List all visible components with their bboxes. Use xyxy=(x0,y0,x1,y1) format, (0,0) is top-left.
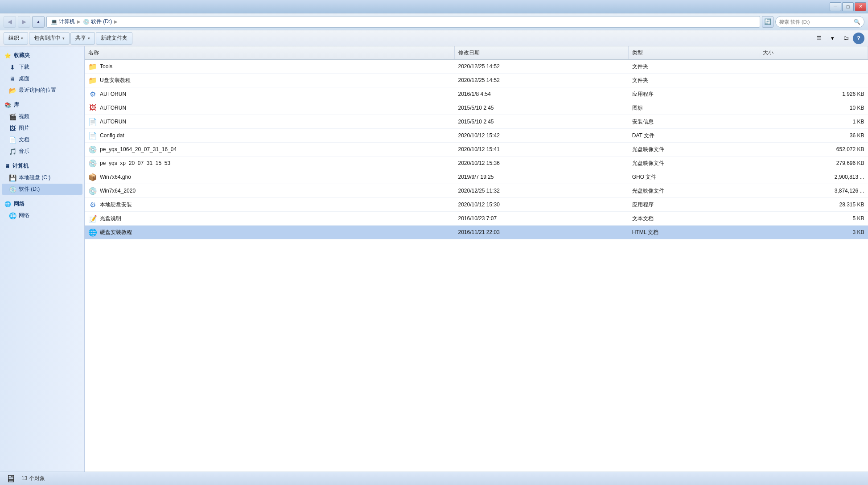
sidebar-item-music[interactable]: 🎵 音乐 xyxy=(2,146,82,157)
table-row[interactable]: 🖼 AUTORUN 2015/5/10 2:45 图标 10 KB xyxy=(85,101,868,115)
music-icon: 🎵 xyxy=(9,148,16,155)
disk-icon: 💿 xyxy=(83,19,90,25)
status-app-icon: 🖥 xyxy=(5,473,16,485)
file-date: 2020/12/25 11:32 xyxy=(454,184,628,198)
sidebar-item-video[interactable]: 🎬 视频 xyxy=(2,111,82,122)
window-controls: ─ □ ✕ xyxy=(830,2,866,11)
preview-button[interactable]: 🗂 xyxy=(839,33,852,44)
file-date: 2020/10/12 15:30 xyxy=(454,198,628,212)
file-type: 文件夹 xyxy=(629,60,759,74)
close-button[interactable]: ✕ xyxy=(855,2,866,11)
table-row[interactable]: 💿 Win7x64_2020 2020/12/25 11:32 光盘映像文件 3… xyxy=(85,184,868,198)
share-label: 共享 xyxy=(75,34,86,42)
back-button[interactable]: ◀ xyxy=(4,16,16,28)
file-name-cell: ⚙ AUTORUN xyxy=(85,87,454,101)
file-date: 2016/10/23 7:07 xyxy=(454,212,628,226)
download-icon: ⬇ xyxy=(9,64,16,71)
file-size: 36 KB xyxy=(759,129,868,143)
file-name: AUTORUN xyxy=(100,119,126,125)
file-type: GHO 文件 xyxy=(629,170,759,184)
table-row[interactable]: 📁 Tools 2020/12/25 14:52 文件夹 xyxy=(85,60,868,74)
sidebar-item-document[interactable]: 📄 文档 xyxy=(2,134,82,145)
table-row[interactable]: ⚙ 本地硬盘安装 2020/10/12 15:30 应用程序 28,315 KB xyxy=(85,198,868,212)
document-icon: 📄 xyxy=(9,136,16,144)
network-icon: 🌐 xyxy=(9,212,16,219)
col-header-size[interactable]: 大小 xyxy=(759,46,868,60)
table-row[interactable]: 📝 光盘说明 2016/10/23 7:07 文本文档 5 KB xyxy=(85,212,868,226)
file-name: Config.dat xyxy=(100,132,124,139)
minimize-button[interactable]: ─ xyxy=(830,2,841,11)
file-name: AUTORUN xyxy=(100,105,126,111)
newfolder-button[interactable]: 新建文件夹 xyxy=(96,32,132,45)
computer-header-icon: 🖥 xyxy=(4,163,10,169)
file-size: 3 KB xyxy=(759,226,868,239)
file-icon: 🖼 xyxy=(88,103,97,112)
table-row[interactable]: 💿 pe_yqs_xp_20_07_31_15_53 2020/10/12 15… xyxy=(85,156,868,170)
file-type: DAT 文件 xyxy=(629,129,759,143)
search-box: 🔍 xyxy=(775,16,864,28)
help-button[interactable]: ? xyxy=(853,33,864,44)
network-header: 🌐 网络 xyxy=(0,198,84,210)
sidebar-item-disk-c[interactable]: 💾 本地磁盘 (C:) xyxy=(2,172,82,183)
file-name-cell: 📦 Win7x64.gho xyxy=(85,170,454,184)
organize-button[interactable]: 组织 ▾ xyxy=(4,32,28,45)
col-header-date[interactable]: 修改日期 xyxy=(454,46,628,60)
table-header-row: 名称 修改日期 类型 大小 xyxy=(85,46,868,60)
file-icon: ⚙ xyxy=(88,90,97,99)
file-date: 2016/1/8 4:54 xyxy=(454,87,628,101)
sidebar-item-desktop[interactable]: 🖥 桌面 xyxy=(2,73,82,84)
file-icon: ⚙ xyxy=(88,200,97,209)
include-button[interactable]: 包含到库中 ▾ xyxy=(29,32,70,45)
table-row[interactable]: 📄 Config.dat 2020/10/12 15:42 DAT 文件 36 … xyxy=(85,129,868,143)
search-icon[interactable]: 🔍 xyxy=(854,19,860,25)
maximize-button[interactable]: □ xyxy=(842,2,854,11)
refresh-button[interactable]: 🔄 xyxy=(762,16,773,28)
file-name-cell: 🌐 硬盘安装教程 xyxy=(85,226,454,239)
search-input[interactable] xyxy=(779,19,852,25)
file-date: 2016/11/21 22:03 xyxy=(454,226,628,239)
file-size: 1 KB xyxy=(759,115,868,129)
table-row[interactable]: 💿 pe_yqs_1064_20_07_31_16_04 2020/10/12 … xyxy=(85,143,868,156)
table-row[interactable]: 📦 Win7x64.gho 2019/9/7 19:25 GHO 文件 2,90… xyxy=(85,170,868,184)
file-icon: 📝 xyxy=(88,214,97,223)
library-header: 📚 库 xyxy=(0,99,84,111)
file-size: 652,072 KB xyxy=(759,143,868,156)
up-button[interactable]: ▲ xyxy=(32,16,45,28)
table-row[interactable]: 📁 U盘安装教程 2020/12/25 14:52 文件夹 xyxy=(85,74,868,87)
file-icon: 💿 xyxy=(88,145,97,154)
col-header-name[interactable]: 名称 xyxy=(85,46,454,60)
file-date: 2015/5/10 2:45 xyxy=(454,101,628,115)
library-section: 📚 库 🎬 视频 🖼 图片 📄 文档 🎵 音乐 xyxy=(0,99,84,157)
favorites-section: ⭐ 收藏夹 ⬇ 下载 🖥 桌面 📂 最近访问的位置 xyxy=(0,50,84,96)
table-row[interactable]: 📄 AUTORUN 2015/5/10 2:45 安装信息 1 KB xyxy=(85,115,868,129)
file-icon: 🌐 xyxy=(88,228,97,237)
col-header-type[interactable]: 类型 xyxy=(629,46,759,60)
library-icon: 📚 xyxy=(4,102,11,108)
file-name-cell: 💿 Win7x64_2020 xyxy=(85,184,454,198)
table-row[interactable]: 🌐 硬盘安装教程 2016/11/21 22:03 HTML 文档 3 KB xyxy=(85,226,868,239)
sidebar-item-network[interactable]: 🌐 网络 xyxy=(2,210,82,221)
file-size: 5 KB xyxy=(759,212,868,226)
sidebar-item-picture[interactable]: 🖼 图片 xyxy=(2,123,82,134)
organize-dropdown-icon: ▾ xyxy=(21,36,23,41)
share-button[interactable]: 共享 ▾ xyxy=(70,32,95,45)
view-button[interactable]: ☰ xyxy=(813,33,825,44)
main-layout: ⭐ 收藏夹 ⬇ 下载 🖥 桌面 📂 最近访问的位置 📚 库 🎬 xyxy=(0,46,868,472)
sidebar-item-download[interactable]: ⬇ 下载 xyxy=(2,62,82,73)
breadcrumb: 💻 计算机 ▶ 💿 软件 (D:) ▶ xyxy=(46,16,760,28)
view-dropdown-button[interactable]: ▾ xyxy=(826,33,839,44)
sidebar-item-recent[interactable]: 📂 最近访问的位置 xyxy=(2,85,82,96)
breadcrumb-disk[interactable]: 💿 软件 (D:) xyxy=(82,18,113,25)
file-type: HTML 文档 xyxy=(629,226,759,239)
file-type: 光盘映像文件 xyxy=(629,156,759,170)
table-row[interactable]: ⚙ AUTORUN 2016/1/8 4:54 应用程序 1,926 KB xyxy=(85,87,868,101)
file-type: 光盘映像文件 xyxy=(629,184,759,198)
newfolder-label: 新建文件夹 xyxy=(101,34,128,42)
breadcrumb-computer[interactable]: 💻 计算机 xyxy=(49,18,76,25)
file-size: 10 KB xyxy=(759,101,868,115)
file-name-cell: 📁 U盘安装教程 xyxy=(85,74,454,87)
forward-button[interactable]: ▶ xyxy=(18,16,30,28)
file-type: 应用程序 xyxy=(629,198,759,212)
file-name: pe_yqs_1064_20_07_31_16_04 xyxy=(100,146,177,152)
sidebar-item-disk-d[interactable]: 💿 软件 (D:) xyxy=(2,184,82,195)
